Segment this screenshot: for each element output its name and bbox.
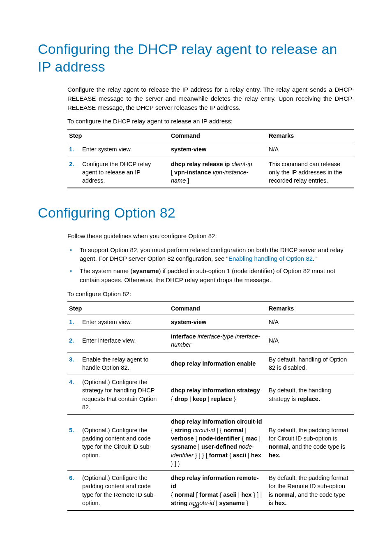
- table-header-row: Step Command Remarks: [67, 302, 354, 315]
- step-cell: 1.Enter system view.: [67, 142, 169, 157]
- remarks-cell: N/A: [267, 142, 354, 157]
- th-remarks: Remarks: [267, 302, 354, 315]
- th-remarks: Remarks: [267, 129, 354, 142]
- step-cell: 5.(Optional.) Configure the padding cont…: [67, 415, 169, 471]
- table-row: 2.Enter interface view.interface interfa…: [67, 329, 354, 352]
- section2-caption: To configure Option 82:: [38, 290, 354, 297]
- section1-heading: Configuring the DHCP relay agent to rele…: [38, 40, 354, 75]
- command-cell: interface interface-type interface-numbe…: [169, 329, 267, 352]
- command-cell: dhcp relay release ip client-ip[ vpn-ins…: [169, 157, 267, 188]
- list-item: The system name (sysname) if padded in s…: [67, 266, 354, 285]
- section1-caption: To configure the DHCP relay agent to rel…: [38, 118, 354, 125]
- table-row: 3.Enable the relay agent to handle Optio…: [67, 352, 354, 375]
- section2-table: Step Command Remarks 1.Enter system view…: [67, 301, 354, 511]
- remarks-cell: By default, the padding format for Circu…: [267, 415, 354, 471]
- table-row: 4.(Optional.) Configure the strategy for…: [67, 375, 354, 415]
- page-number: 56: [0, 503, 392, 509]
- step-cell: 3.Enable the relay agent to handle Optio…: [67, 352, 169, 375]
- step-cell: 2.Configure the DHCP relay agent to rele…: [67, 157, 169, 188]
- section1-table: Step Command Remarks 1.Enter system view…: [67, 129, 354, 188]
- step-cell: 2.Enter interface view.: [67, 329, 169, 352]
- remarks-cell: By default, the handling strategy is rep…: [267, 375, 354, 415]
- table-header-row: Step Command Remarks: [67, 129, 354, 142]
- section2-para1: Follow these guidelines when you configu…: [38, 232, 354, 241]
- guideline-list: To support Option 82, you must perform r…: [38, 246, 354, 285]
- step-cell: 1.Enter system view.: [67, 315, 169, 329]
- table-row: 1.Enter system view.system-viewN/A: [67, 142, 354, 157]
- remarks-cell: N/A: [267, 315, 354, 329]
- th-step: Step: [67, 302, 169, 315]
- command-cell: dhcp relay information strategy{ drop | …: [169, 375, 267, 415]
- remarks-cell: This command can release only the IP add…: [267, 157, 354, 188]
- remarks-cell: N/A: [267, 329, 354, 352]
- step-cell: 4.(Optional.) Configure the strategy for…: [67, 375, 169, 415]
- section1-para1: Configure the relay agent to release the…: [38, 85, 354, 112]
- section2-heading: Configuring Option 82: [38, 204, 354, 222]
- table-row: 2.Configure the DHCP relay agent to rele…: [67, 157, 354, 188]
- th-command: Command: [169, 302, 267, 315]
- command-cell: dhcp relay information circuit-id{ strin…: [169, 415, 267, 471]
- command-cell: system-view: [169, 315, 267, 329]
- th-command: Command: [169, 129, 267, 142]
- command-cell: system-view: [169, 142, 267, 157]
- table-row: 1.Enter system view.system-viewN/A: [67, 315, 354, 329]
- command-cell: dhcp relay information enable: [169, 352, 267, 375]
- th-step: Step: [67, 129, 169, 142]
- list-item: To support Option 82, you must perform r…: [67, 246, 354, 264]
- remarks-cell: By default, handling of Option 82 is dis…: [267, 352, 354, 375]
- table-row: 5.(Optional.) Configure the padding cont…: [67, 415, 354, 471]
